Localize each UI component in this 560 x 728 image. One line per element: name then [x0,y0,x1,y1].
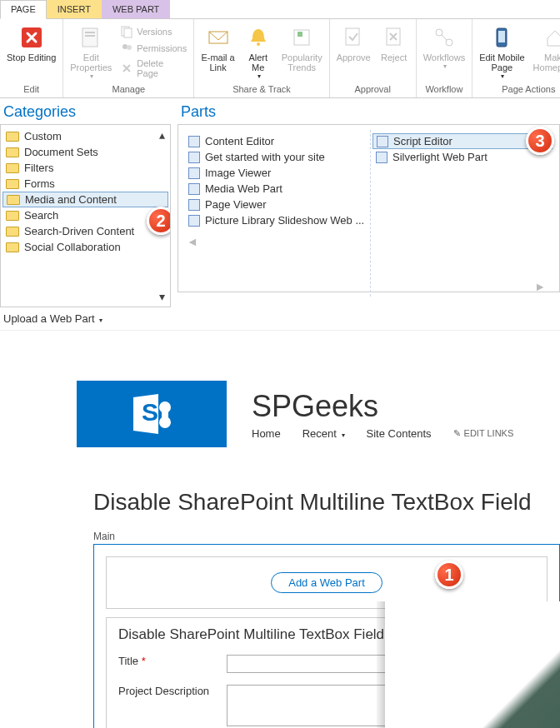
webpart-icon [188,152,200,163]
folder-icon [7,195,20,205]
scroll-down-icon[interactable]: ▾ [159,290,165,303]
part-item[interactable]: Content Editor [183,133,370,149]
delete-page-button[interactable]: Delete Page [117,57,190,79]
part-item[interactable]: Page Viewer [183,197,370,212]
webpart-picker: Categories CustomDocument SetsFiltersFor… [0,98,560,331]
email-link-button[interactable]: E-mail a Link [198,21,238,72]
title-field[interactable] [227,655,427,673]
description-label: Project Description [118,685,218,697]
versions-label: Versions [137,27,172,37]
scroll-up-icon[interactable]: ▴ [159,128,165,142]
pencil-icon: ✎ [453,428,461,439]
site-title: SPGeeks [252,389,513,424]
alert-me-button[interactable]: Alert Me ▾ [240,21,277,80]
folder-icon [6,179,19,189]
tab-page[interactable]: PAGE [0,0,47,19]
parts-prev-icon[interactable]: ◄ [183,232,370,252]
svg-rect-2 [85,32,95,33]
upload-webpart-link[interactable]: Upload a Web Part ▾ [0,307,171,330]
categories-column: Categories CustomDocument SetsFiltersFor… [0,98,171,330]
zone-label: Main [93,531,560,542]
nav-home[interactable]: Home [252,427,281,440]
popularity-trends-button[interactable]: Popularity Trends [278,21,326,72]
svg-text:S: S [142,398,158,426]
ribbon-tabs: PAGE INSERT WEB PART [0,0,560,19]
category-item[interactable]: Media and Content [2,192,168,207]
parts-list-box: Content EditorGet started with your site… [178,124,560,292]
group-label-edit: Edit [3,82,59,96]
email-icon [205,24,232,51]
badge-3: 3 [526,127,554,155]
ribbon-group-edit: Stop Editing Edit [0,19,63,97]
svg-rect-12 [346,28,359,45]
category-item[interactable]: Forms [1,176,170,192]
category-label: Media and Content [25,193,117,206]
stop-editing-icon [18,24,45,51]
form-webpart: Disable SharePoint Multiline TextBox Fie… [106,617,548,728]
svg-rect-11 [298,32,302,37]
category-item[interactable]: Filters [1,160,170,176]
approve-button[interactable]: Approve [333,21,374,62]
svg-rect-17 [498,31,505,42]
part-item[interactable]: Picture Library Slideshow Web ... [183,212,370,228]
part-label: Page Viewer [205,198,266,211]
category-item[interactable]: Search [1,207,170,223]
ribbon-group-workflow: Workflows ▾ Workflow [417,19,473,97]
part-item[interactable]: Get started with your site [183,149,370,165]
part-label: Script Editor [393,135,452,147]
make-homepage-button[interactable]: Make Homepage [530,21,560,72]
delete-icon [120,62,133,75]
popularity-trends-label: Popularity Trends [282,52,322,72]
nav-edit-links[interactable]: ✎ EDIT LINKS [453,428,514,439]
nav-site-contents[interactable]: Site Contents [367,427,432,440]
alert-me-label: Alert Me [248,52,268,72]
top-nav: Home Recent ▾ Site Contents ✎ EDIT LINKS [252,427,513,440]
edit-properties-button[interactable]: Edit Properties ▾ [67,21,115,80]
form-title: Disable SharePoint Multiline TextBox Fie… [118,626,535,643]
edit-mobile-page-button[interactable]: Edit Mobile Page ▾ [476,21,528,80]
edit-links-label: EDIT LINKS [464,428,514,438]
permissions-button[interactable]: Permissions [117,41,190,56]
category-label: Forms [24,177,55,190]
svg-point-6 [122,44,128,49]
chevron-down-icon: ▾ [342,431,345,439]
edit-mobile-label: Edit Mobile Page [479,52,524,72]
webpart-icon [188,215,200,227]
nav-recent[interactable]: Recent ▾ [302,427,345,440]
chevron-down-icon: ▾ [258,72,261,80]
chevron-down-icon: ▾ [99,317,102,324]
category-item[interactable]: Social Collaboration [1,239,170,255]
category-item[interactable]: Document Sets [1,144,170,160]
chevron-down-icon: ▾ [90,72,93,80]
description-field[interactable] [227,685,427,726]
folder-icon [6,147,19,157]
svg-rect-5 [124,28,132,37]
tab-webpart[interactable]: WEB PART [102,0,170,18]
parts-next-icon[interactable]: ► [531,277,549,297]
stop-editing-button[interactable]: Stop Editing [3,21,59,62]
add-webpart-row: Add a Web Part 1 [106,556,548,609]
reject-icon [381,24,408,51]
versions-button[interactable]: Versions [117,24,190,39]
category-item[interactable]: Search-Driven Content [1,223,170,239]
folder-icon [6,211,19,221]
category-label: Custom [24,130,62,142]
ribbon-body: Stop Editing Edit Edit Properties ▾ Vers… [0,19,560,98]
permissions-icon [120,42,133,55]
edit-properties-label: Edit Properties [70,52,112,72]
permissions-label: Permissions [137,43,187,53]
chevron-down-icon: ▾ [501,72,504,80]
category-label: Search-Driven Content [24,225,134,237]
part-item[interactable]: Image Viewer [183,165,370,181]
workflows-button[interactable]: Workflows ▾ [420,21,469,70]
tab-insert[interactable]: INSERT [47,0,102,18]
part-item[interactable]: Media Web Part [183,181,370,197]
category-item[interactable]: Custom [1,128,170,144]
page-preview: S SPGeeks Home Recent ▾ Site Contents ✎ … [0,331,560,728]
reject-button[interactable]: Reject [376,21,412,62]
add-webpart-button[interactable]: Add a Web Part [271,572,382,593]
bell-icon [245,24,272,51]
category-label: Search [24,209,58,222]
part-item[interactable]: Silverlight Web Part [371,149,554,165]
page-title: Disable SharePoint Multiline TextBox Fie… [93,489,560,516]
